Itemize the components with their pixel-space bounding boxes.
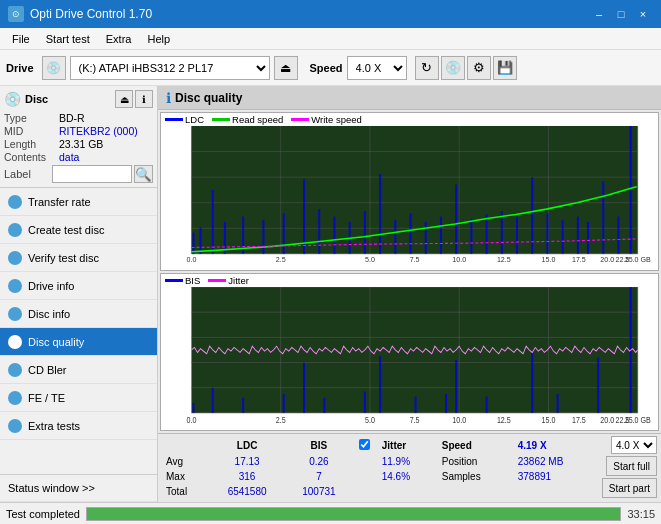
drivebar: Drive 💿 (K:) ATAPI iHBS312 2 PL17 ⏏ Spee… <box>0 50 661 86</box>
disc-length-value: 23.31 GB <box>59 138 103 150</box>
start-part-button[interactable]: Start part <box>602 478 657 498</box>
disc-info-button[interactable]: ℹ <box>135 90 153 108</box>
svg-text:20.0: 20.0 <box>600 255 614 264</box>
titlebar: ⊙ Opti Drive Control 1.70 – □ × <box>0 0 661 28</box>
stats-avg-bis: 0.26 <box>289 455 355 468</box>
sidebar-item-disc-quality[interactable]: Disc quality <box>0 328 157 356</box>
stats-header-empty <box>164 438 211 453</box>
speed-select[interactable]: 4.0 X <box>347 56 407 80</box>
svg-text:14X: 14X <box>642 153 655 162</box>
disc-label-label: Label <box>4 168 52 180</box>
disc-mid-row: MID RITEKBR2 (000) <box>4 125 153 137</box>
disc-info-icon <box>8 307 22 321</box>
disc-type-row: Type BD-R <box>4 112 153 124</box>
toolbar-icons: ↻ 💿 ⚙ 💾 <box>415 56 517 80</box>
svg-text:8X: 8X <box>642 198 651 207</box>
stats-bottom: LDC BIS Jitter Speed 4.19 X Avg 17.13 0.… <box>158 433 661 502</box>
disc-label-search-button[interactable]: 🔍 <box>134 165 153 183</box>
sidebar-item-cd-bler[interactable]: CD Bler <box>0 356 157 384</box>
close-button[interactable]: × <box>633 5 653 23</box>
svg-text:12%: 12% <box>642 334 656 344</box>
svg-text:10: 10 <box>181 287 189 294</box>
sidebar-item-transfer-rate-label: Transfer rate <box>28 196 91 208</box>
svg-text:4%: 4% <box>642 385 652 395</box>
chart1-svg: 400 350 300 200 100 50 18X 16X 14X 12X 1… <box>161 126 658 265</box>
stats-total-label: Total <box>164 485 211 498</box>
svg-rect-90 <box>455 360 457 413</box>
svg-rect-92 <box>531 352 533 412</box>
content-area: ℹ Disc quality LDC Read speed <box>158 86 661 502</box>
main-area: 💿 Disc ⏏ ℹ Type BD-R MID RITEKBR2 (000) … <box>0 86 661 502</box>
sidebar-item-create-test-disc[interactable]: Create test disc <box>0 216 157 244</box>
svg-text:20%: 20% <box>642 287 656 294</box>
cd-bler-icon <box>8 363 22 377</box>
stats-total-bis: 100731 <box>289 485 355 498</box>
legend-ldc-label: LDC <box>185 114 204 125</box>
svg-rect-36 <box>562 220 564 254</box>
stats-speed-dropdown[interactable]: 4.0 X <box>611 436 657 454</box>
disc-type-label: Type <box>4 112 59 124</box>
svg-text:200: 200 <box>178 200 190 209</box>
menu-start-test[interactable]: Start test <box>38 31 98 47</box>
eject-button[interactable]: ⏏ <box>274 56 298 80</box>
time-text: 33:15 <box>627 508 655 520</box>
chart1-legend: LDC Read speed Write speed <box>161 113 658 126</box>
disc-button[interactable]: 💿 <box>441 56 465 80</box>
disc-eject-button[interactable]: ⏏ <box>115 90 133 108</box>
create-test-disc-icon <box>8 223 22 237</box>
svg-rect-21 <box>333 217 335 254</box>
titlebar-left: ⊙ Opti Drive Control 1.70 <box>8 6 152 22</box>
quality-icon: ℹ <box>166 90 171 106</box>
menu-help[interactable]: Help <box>139 31 178 47</box>
start-full-button[interactable]: Start full <box>606 456 657 476</box>
sidebar-item-disc-info[interactable]: Disc info <box>0 300 157 328</box>
maximize-button[interactable]: □ <box>611 5 631 23</box>
legend-read-speed-color <box>212 118 230 121</box>
stats-speed-label: Speed <box>440 438 514 453</box>
svg-text:4: 4 <box>185 385 189 395</box>
svg-text:10X: 10X <box>642 183 655 192</box>
svg-rect-14 <box>212 190 214 254</box>
legend-bis-label: BIS <box>185 275 200 286</box>
sidebar-item-drive-info[interactable]: Drive info <box>0 272 157 300</box>
svg-text:2.5: 2.5 <box>276 415 286 425</box>
svg-rect-80 <box>192 402 194 412</box>
svg-text:2.5: 2.5 <box>276 255 286 264</box>
minimize-button[interactable]: – <box>589 5 609 23</box>
svg-rect-17 <box>262 220 264 254</box>
svg-rect-93 <box>557 394 559 413</box>
sidebar-item-fe-te[interactable]: FE / TE <box>0 384 157 412</box>
sidebar-status-window[interactable]: Status window >> <box>0 474 157 502</box>
sidebar-item-verify-test-disc[interactable]: Verify test disc <box>0 244 157 272</box>
chart2-svg: 10 9 8 7 6 5 4 3 2 1 20% 16% 12% 8% 4% <box>161 287 658 426</box>
position-label: Position <box>440 455 514 468</box>
disc-label-input[interactable] <box>52 165 132 183</box>
refresh-button[interactable]: ↻ <box>415 56 439 80</box>
svg-text:17.5: 17.5 <box>572 255 586 264</box>
drive-select[interactable]: (K:) ATAPI iHBS312 2 PL17 <box>70 56 270 80</box>
sidebar-item-extra-tests[interactable]: Extra tests <box>0 412 157 440</box>
sidebar: 💿 Disc ⏏ ℹ Type BD-R MID RITEKBR2 (000) … <box>0 86 158 502</box>
statusbar: Test completed 33:15 <box>0 502 661 524</box>
drive-icon: 💿 <box>42 56 66 80</box>
menu-file[interactable]: File <box>4 31 38 47</box>
disc-contents-value: data <box>59 151 79 163</box>
disc-section: 💿 Disc ⏏ ℹ Type BD-R MID RITEKBR2 (000) … <box>0 86 157 188</box>
sidebar-item-transfer-rate[interactable]: Transfer rate <box>0 188 157 216</box>
svg-rect-38 <box>587 222 589 254</box>
jitter-checkbox[interactable] <box>359 439 370 450</box>
stats-table: LDC BIS Jitter Speed 4.19 X Avg 17.13 0.… <box>162 436 602 500</box>
save-button[interactable]: 💾 <box>493 56 517 80</box>
svg-text:10.0: 10.0 <box>452 415 466 425</box>
drive-label: Drive <box>6 62 34 74</box>
settings-button[interactable]: ⚙ <box>467 56 491 80</box>
svg-text:12X: 12X <box>642 168 655 177</box>
svg-rect-86 <box>364 391 366 412</box>
svg-rect-13 <box>200 227 202 254</box>
svg-rect-24 <box>379 174 381 254</box>
menu-extra[interactable]: Extra <box>98 31 140 47</box>
stats-total-ldc: 6541580 <box>213 485 287 498</box>
svg-rect-41 <box>630 126 632 254</box>
svg-rect-32 <box>501 211 503 254</box>
status-text: Test completed <box>6 508 80 520</box>
